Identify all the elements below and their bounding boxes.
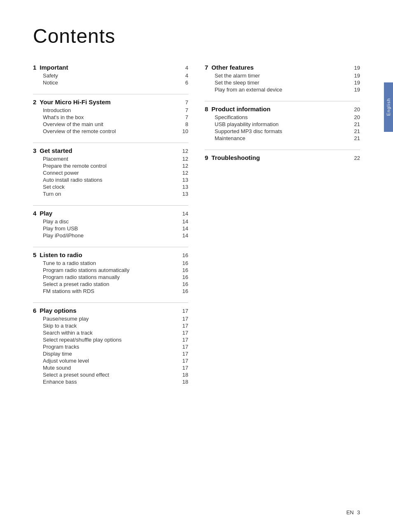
sub-item-label: Mute sound [43, 365, 71, 371]
sub-item: Introduction7 [33, 107, 188, 113]
footer-lang: EN [346, 509, 354, 516]
sub-item-page: 19 [354, 80, 360, 86]
section-page-number: 7 [185, 99, 188, 105]
sub-item: Search within a track17 [33, 330, 188, 336]
section-divider [33, 143, 188, 143]
sub-item-page: 13 [182, 177, 188, 183]
sub-item-label: Specifications [215, 114, 248, 120]
sub-item-label: Set the alarm timer [215, 73, 260, 79]
sub-item-label: Select a preset radio station [43, 281, 109, 287]
sub-item-label: FM stations with RDS [43, 288, 94, 294]
section-header: 4Play14 [33, 210, 188, 217]
sub-item-label: Overview of the remote control [43, 128, 116, 134]
sub-item-label: What's in the box [43, 114, 84, 120]
sub-item-page: 16 [182, 274, 188, 280]
sub-item-label: Enhance bass [43, 379, 77, 385]
section-title: Listen to radio [40, 251, 82, 258]
sub-item-page: 7 [185, 114, 188, 120]
section-divider [33, 205, 188, 206]
sub-item: Prepare the remote control12 [33, 163, 188, 169]
sub-item-label: Play from USB [43, 225, 78, 232]
sub-item: Mute sound17 [33, 365, 188, 371]
section-title: Product information [211, 105, 270, 112]
sub-item-page: 21 [354, 121, 360, 127]
sub-item-label: Search within a track [43, 330, 93, 336]
sub-item-page: 14 [182, 232, 188, 239]
section-title: Other features [211, 64, 254, 71]
sub-item-page: 13 [182, 184, 188, 190]
sub-item-label: Connect power [43, 170, 79, 176]
section-title: Your Micro Hi-Fi System [40, 98, 110, 105]
sub-item-label: Select repeat/shuffle play options [43, 337, 122, 343]
sub-item-page: 16 [182, 288, 188, 294]
sub-item: Safety4 [33, 73, 188, 79]
sub-item-label: Skip to a track [43, 323, 77, 329]
section-title: Get started [40, 147, 72, 154]
sub-item-label: Overview of the main unit [43, 121, 103, 127]
sub-item-label: Auto install radio stations [43, 177, 103, 183]
sub-item-page: 18 [182, 372, 188, 378]
right-column: 7Other features19Set the alarm timer19Se… [205, 64, 360, 393]
section-title-row: 8Product information [205, 105, 271, 112]
sub-item: FM stations with RDS16 [33, 288, 188, 294]
sub-item: Turn on13 [33, 191, 188, 197]
sub-item-page: 16 [182, 281, 188, 287]
sub-item-page: 16 [182, 260, 188, 266]
sub-item-page: 17 [182, 358, 188, 364]
sub-item: Overview of the remote control10 [33, 128, 188, 134]
section-divider [205, 101, 360, 101]
sub-item-page: 14 [182, 218, 188, 225]
sub-item-page: 20 [354, 114, 360, 120]
sub-item-page: 7 [185, 107, 188, 113]
sub-item: Auto install radio stations13 [33, 177, 188, 183]
sub-item: Set the sleep timer19 [205, 80, 360, 86]
sub-item: Program radio stations manually16 [33, 274, 188, 280]
section-number: 1 [33, 64, 36, 71]
sub-item-page: 16 [182, 267, 188, 273]
sub-item-label: Set the sleep timer [215, 80, 259, 86]
sub-item: USB playability information21 [205, 121, 360, 127]
sub-item-label: Play from an external device [215, 87, 282, 93]
sub-item-page: 12 [182, 163, 188, 169]
section-title-row: 1Important [33, 64, 68, 71]
section-page-number: 16 [182, 252, 188, 258]
content-area: 1Important4Safety4Notice62Your Micro Hi-… [0, 64, 393, 393]
sub-item-page: 12 [182, 170, 188, 176]
sub-item-label: Set clock [43, 184, 65, 190]
sub-item-page: 17 [182, 344, 188, 350]
footer: EN 3 [346, 509, 360, 516]
sub-item-label: Supported MP3 disc formats [215, 128, 282, 134]
sub-item: Skip to a track17 [33, 323, 188, 329]
sub-item-page: 21 [354, 128, 360, 134]
sub-item: Select repeat/shuffle play options17 [33, 337, 188, 343]
sub-item-label: Prepare the remote control [43, 163, 107, 169]
section-title-row: 4Play [33, 210, 52, 217]
section-page-number: 22 [354, 155, 360, 161]
section-number: 9 [205, 154, 208, 161]
sub-item-label: Pause/resume play [43, 316, 89, 322]
sub-item: Play a disc14 [33, 218, 188, 225]
sub-item-label: Safety [43, 73, 58, 79]
sub-item-page: 12 [182, 156, 188, 162]
sub-item-label: Display time [43, 351, 72, 357]
sub-item-label: Select a preset sound effect [43, 372, 109, 378]
sub-item: Maintenance21 [205, 135, 360, 141]
section-divider [33, 247, 188, 247]
section-5: 5Listen to radio16Tune to a radio statio… [33, 247, 188, 294]
sub-item-label: Introduction [43, 107, 71, 113]
section-header: 3Get started12 [33, 147, 188, 154]
sub-item: Overview of the main unit8 [33, 121, 188, 127]
section-header: 7Other features19 [205, 64, 360, 71]
section-header: 5Listen to radio16 [33, 251, 188, 258]
language-tab-label: English [386, 98, 391, 116]
sub-item: Program tracks17 [33, 344, 188, 350]
sub-item-label: Turn on [43, 191, 61, 197]
sub-item: Select a preset radio station16 [33, 281, 188, 287]
sub-item-label: Program radio stations manually [43, 274, 119, 280]
section-number: 5 [33, 251, 36, 258]
section-divider [205, 150, 360, 150]
page: Contents 1Important4Safety4Notice62Your … [0, 0, 393, 532]
section-6: 6Play options17Pause/resume play17Skip t… [33, 302, 188, 385]
sub-item: Enhance bass18 [33, 379, 188, 385]
sub-item-page: 4 [185, 73, 188, 79]
